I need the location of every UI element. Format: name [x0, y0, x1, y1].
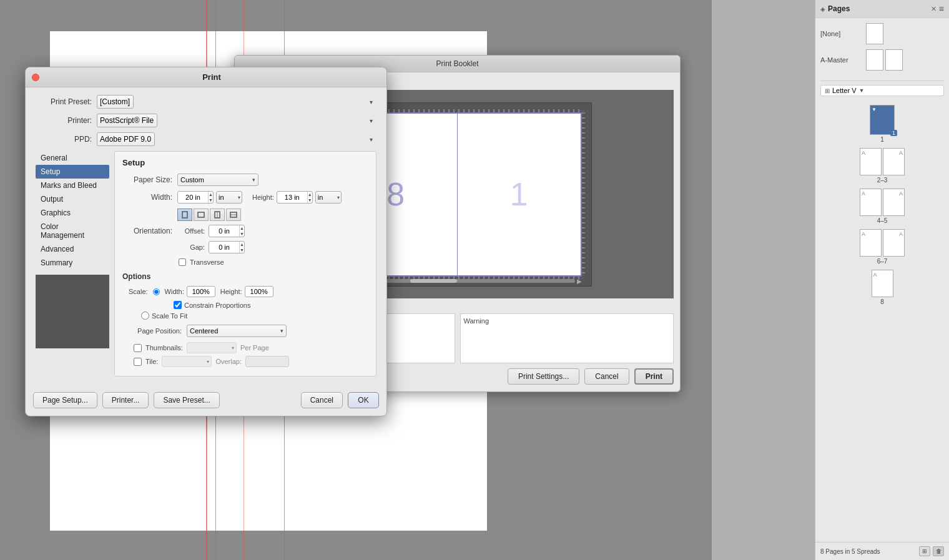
print-dialog-title: Print: [43, 72, 380, 82]
nav-graphics[interactable]: Graphics: [36, 206, 109, 220]
page-8-group: A 8: [820, 270, 944, 305]
pages-panel-menu[interactable]: ≡: [939, 4, 944, 14]
pages-panel-close[interactable]: ✕: [931, 5, 937, 13]
print-dialog: Print Print Preset: [Custom] Printer: Po…: [25, 67, 387, 416]
preset-select[interactable]: [Custom]: [97, 95, 134, 109]
print-preview-thumbnail: [36, 275, 109, 348]
page-3-thumb[interactable]: A: [883, 148, 905, 175]
print-settings-button[interactable]: Print Settings...: [508, 368, 579, 385]
scale-height-label: Height:: [220, 288, 242, 295]
width-spinner-down[interactable]: ▼: [209, 197, 213, 203]
offset-down[interactable]: ▼: [240, 231, 244, 237]
a-master-thumb-left[interactable]: [866, 49, 883, 71]
page-4-thumb[interactable]: A: [860, 189, 882, 216]
page-setup-button[interactable]: Page Setup...: [33, 392, 97, 408]
ppd-row: PPD: Adobe PDF 9.0: [36, 132, 376, 146]
orientation-portrait-flip-btn[interactable]: [210, 209, 225, 221]
orientation-landscape-btn[interactable]: [194, 209, 209, 221]
tile-label: Tile:: [145, 358, 158, 365]
dialog-close-button[interactable]: [32, 74, 39, 81]
overlap-input[interactable]: [245, 356, 289, 367]
page-1-group: ▼ 1 1: [820, 105, 944, 143]
scroll-thumb[interactable]: [410, 279, 457, 283]
tile-select[interactable]: [162, 356, 212, 367]
scale-radio[interactable]: [153, 288, 160, 295]
nav-setup[interactable]: Setup: [36, 165, 109, 179]
offset-row: Offset: ▲ ▼: [180, 225, 245, 237]
nav-output[interactable]: Output: [36, 192, 109, 206]
page-position-select[interactable]: Centered Top Left Top Right Bottom Left …: [187, 325, 287, 337]
print-dialog-bottom-buttons: Page Setup... Printer... Save Preset... …: [33, 392, 379, 408]
printer-select[interactable]: PostScript® File: [97, 114, 157, 127]
nav-marks-bleed[interactable]: Marks and Bleed: [36, 179, 109, 192]
printer-button[interactable]: Printer...: [102, 392, 149, 408]
nav-summary[interactable]: Summary: [36, 256, 109, 270]
pages-list: ▼ 1 1 A A 2–3 A: [815, 100, 949, 542]
page-1-thumb-wrap: ▼ 1: [870, 105, 895, 135]
offset-input[interactable]: [209, 225, 239, 237]
height-spinner-down[interactable]: ▼: [308, 197, 312, 203]
pages-panel: ◈ Pages ✕ ≡ [None] A-Master ⊞ Letter V ▼: [815, 0, 949, 560]
scale-height-input[interactable]: [245, 286, 273, 297]
new-spread-button[interactable]: ⊞: [919, 546, 930, 556]
ppd-select[interactable]: Adobe PDF 9.0: [97, 132, 155, 146]
gap-down[interactable]: ▼: [240, 247, 244, 253]
width-spinner-up[interactable]: ▲: [209, 192, 213, 197]
thumbnails-select[interactable]: [187, 342, 237, 353]
options-title: Options: [122, 272, 368, 281]
width-input[interactable]: [178, 192, 208, 203]
page-3-letter: A: [899, 150, 903, 156]
gap-up[interactable]: ▲: [240, 242, 244, 247]
printer-label: Printer:: [36, 116, 92, 125]
offset-up[interactable]: ▲: [240, 225, 244, 231]
a-master-thumb-right[interactable]: [885, 49, 903, 71]
gap-label: Gap:: [180, 243, 205, 251]
height-unit-select[interactable]: in: [315, 191, 342, 204]
width-unit-select[interactable]: in: [216, 191, 242, 204]
height-label: Height:: [252, 194, 274, 201]
thumbnails-select-wrap: [187, 342, 237, 353]
scale-to-fit-radio[interactable]: [141, 312, 149, 320]
scale-width-input[interactable]: [187, 286, 215, 297]
nav-advanced[interactable]: Advanced: [36, 242, 109, 256]
gap-spinner-arrows: ▲ ▼: [239, 242, 244, 253]
transverse-checkbox[interactable]: [179, 258, 186, 266]
orientation-portrait-btn[interactable]: [177, 209, 192, 221]
nav-general[interactable]: General: [36, 151, 109, 165]
page-2-thumb[interactable]: A: [860, 148, 882, 175]
height-input[interactable]: [277, 192, 307, 203]
booklet-cancel-button[interactable]: Cancel: [584, 368, 629, 385]
scale-label: Scale:: [129, 288, 148, 295]
save-preset-button[interactable]: Save Preset...: [154, 392, 219, 408]
gap-input[interactable]: [209, 242, 239, 253]
paper-size-select[interactable]: Custom: [177, 174, 258, 186]
page-7-thumb[interactable]: A: [883, 229, 905, 257]
height-spinner-arrows: ▲ ▼: [307, 192, 312, 203]
page-6-thumb[interactable]: A: [860, 229, 882, 257]
per-page-label: Per Page: [240, 344, 269, 351]
pages-size-selector[interactable]: ⊞ Letter V ▼: [820, 85, 944, 96]
constrain-checkbox[interactable]: [174, 301, 182, 309]
booklet-print-button[interactable]: Print: [634, 368, 674, 385]
paper-size-row: Paper Size: Custom: [122, 174, 368, 186]
tile-checkbox[interactable]: [134, 358, 142, 366]
none-master-thumb[interactable]: [866, 23, 883, 44]
page-8-thumb[interactable]: A: [872, 270, 893, 297]
nav-color-management[interactable]: Color Management: [36, 220, 109, 242]
orientation-landscape-flip-btn[interactable]: [226, 209, 241, 221]
constrain-row: Constrain Proportions: [174, 301, 368, 309]
gap-row: Gap: ▲ ▼: [180, 241, 245, 253]
svg-rect-1: [198, 212, 204, 217]
width-spinner: ▲ ▼: [177, 191, 214, 204]
delete-page-button[interactable]: 🗑: [933, 546, 944, 556]
print-content-area: Setup Paper Size: Custom Width:: [114, 151, 376, 376]
page-5-thumb[interactable]: A: [883, 189, 905, 216]
scroll-right-arrow[interactable]: ▶: [577, 278, 582, 285]
thumbnails-checkbox[interactable]: [134, 344, 142, 352]
print-ok-button[interactable]: OK: [348, 392, 379, 408]
constrain-label: Constrain Proportions: [184, 302, 250, 309]
print-cancel-button[interactable]: Cancel: [301, 392, 343, 408]
height-spinner-up[interactable]: ▲: [308, 192, 312, 197]
ppd-label: PPD:: [36, 135, 92, 144]
orientation-label: Orientation:: [122, 227, 172, 235]
